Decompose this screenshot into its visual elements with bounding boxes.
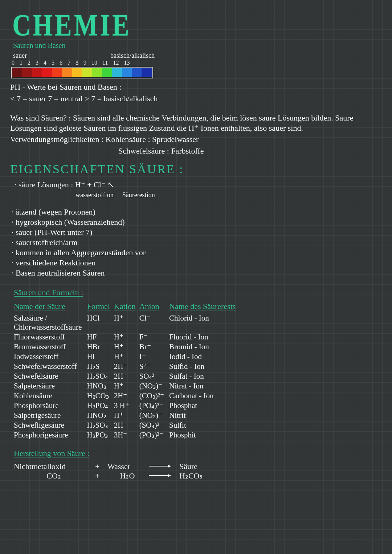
table-cell: H₂CO₃ <box>87 391 114 401</box>
ph-tick: 6 <box>60 60 62 66</box>
table-cell: Carbonat - Ion <box>169 391 239 401</box>
table-cell: Bromwasserstoff <box>14 342 87 352</box>
table-header: Name des Säurerests <box>169 301 239 313</box>
ph-tick: 5 <box>52 60 54 66</box>
table-cell: H₂SO₄ <box>87 371 114 381</box>
table-cell: S²⁻ <box>139 362 169 371</box>
ph-tick: 11 <box>102 60 108 66</box>
table-cell: Iodid - Iod <box>169 352 239 362</box>
table-cell: HNO₃ <box>87 381 114 391</box>
table-cell: Phosphorsäure <box>14 401 87 411</box>
ph-tick: 10 <box>91 60 97 66</box>
table-cell: Br⁻ <box>139 342 169 352</box>
table-row: SchwefelwasserstoffH₂S2H⁺S²⁻Sulfid - Ion <box>14 362 239 371</box>
ph-tick: 12 <box>113 60 119 66</box>
table-row: PhosphorsäureH₃PO₄3 H⁺(PO₄)³⁻Phosphat <box>14 401 239 411</box>
table-cell: (SO₃)²⁻ <box>139 420 169 430</box>
ph-ticks: 012345678910111213 <box>12 60 382 66</box>
table-cell: Phosphit <box>169 430 239 440</box>
table-cell: Fluorid - Ion <box>169 332 239 342</box>
table-cell: Kohlensäure <box>14 391 87 401</box>
table-row: PhosphorigesäureH₃PO₃3H⁺(PO₃)³⁻Phosphit <box>14 430 239 440</box>
ph-tick: 0 <box>12 60 15 66</box>
table-cell: HBr <box>87 342 114 352</box>
table-cell: HNO₂ <box>87 411 114 420</box>
table-cell: Chlorid - Ion <box>169 313 239 332</box>
table-cell: Nitrit <box>169 411 239 420</box>
properties-list: ätzend (wegen Protonen)hygroskopisch (Wa… <box>12 207 380 278</box>
page-title: CHEMIE <box>12 8 382 43</box>
table-cell: Salpetersäure <box>14 381 87 391</box>
table-cell: (CO₃)²⁻ <box>139 391 169 401</box>
table-cell: HF <box>87 332 114 342</box>
equation-general: Nichtmetalloxid + Wasser Säure <box>14 462 382 471</box>
table-cell: I⁻ <box>139 352 169 362</box>
table-cell: Iodwasserstoff <box>14 352 87 362</box>
table-row: SalpetersäureHNO₃H⁺(NO₃)⁻Nitrat - Ion <box>14 381 239 391</box>
ph-tick: 13 <box>124 60 130 66</box>
ph-tick: 3 <box>36 60 38 66</box>
table-cell: 2H⁺ <box>114 362 139 371</box>
ph-swatch <box>82 68 92 77</box>
property-item: Basen neutralisieren Säuren <box>12 268 380 278</box>
table-cell: Phosphorigesäure <box>14 430 87 440</box>
table-cell: HCl <box>87 313 114 332</box>
table-header: Kation <box>114 301 139 313</box>
ph-swatch <box>112 68 122 77</box>
property-item: sauerstoffreich/arm <box>12 237 380 248</box>
ph-label-right: basisch/alkalisch <box>110 52 155 60</box>
table-cell: SO₄²⁻ <box>139 371 169 381</box>
arrow-icon <box>149 466 171 467</box>
table-cell: F⁻ <box>139 332 169 342</box>
annotation-wasserstoffion: wasserstoffion <box>75 191 114 199</box>
table-cell: Salzsäure /Chlorwasserstoffsäure <box>14 313 87 332</box>
table-cell: H⁺ <box>114 313 139 332</box>
acids-table: Name der SäureFormelKationAnionName des … <box>14 301 239 440</box>
property-item: ätzend (wegen Protonen) <box>12 207 380 217</box>
ph-tick: 4 <box>44 60 46 66</box>
table-row: IodwasserstoffHIH⁺I⁻Iodid - Iod <box>14 352 239 362</box>
table-cell: Schwefligesäure <box>14 420 87 430</box>
property-item: hygroskopisch (Wasseranziehend) <box>12 217 380 227</box>
property-item: kommen in allen Aggregarzuständen vor <box>12 248 380 258</box>
table-cell: (PO₃)³⁻ <box>139 430 169 440</box>
table-cell: Sulfid - Ion <box>169 362 239 371</box>
table-cell: Bromid - Ion <box>169 342 239 352</box>
ph-swatch <box>22 68 32 77</box>
ph-swatch <box>122 68 132 77</box>
table-cell: 2H⁺ <box>114 420 139 430</box>
ph-values-rule: < 7 = sauer 7 = neutral > 7 = basisch/al… <box>10 94 382 104</box>
equation-example: CO₂ + H₂O H₂CO₃ <box>14 471 382 481</box>
table-cell: Sulfat - Ion <box>169 371 239 381</box>
table-cell: Nitrat - Ion <box>169 381 239 391</box>
ph-swatch <box>12 68 22 77</box>
table-cell: H⁺ <box>114 342 139 352</box>
properties-heading: EIGENSCHAFTEN SÄURE : <box>10 162 382 176</box>
usage-line-2: Schwefelsäure : Farbstoffe <box>118 146 382 156</box>
ph-scale-labels: sauer basisch/alkalisch <box>13 52 155 60</box>
ph-label-left: sauer <box>13 52 27 60</box>
usage-line-1: Verwendungsmöglichkeiten : Kohlensäure :… <box>10 134 382 144</box>
acids-table-heading: Säuren und Formeln : <box>14 288 83 297</box>
table-cell: (NO₃)⁻ <box>139 381 169 391</box>
ph-swatch <box>142 68 151 77</box>
property-item: sauer (PH-Wert unter 7) <box>12 227 380 237</box>
ph-swatch <box>132 68 142 77</box>
what-title: Was sind Säuren? : <box>10 113 71 122</box>
notes-page: CHEMIE Sauren und Basen sauer basisch/al… <box>0 0 392 554</box>
table-cell: (NO₂)⁻ <box>139 411 169 420</box>
ph-tick: 7 <box>68 60 70 66</box>
table-header: Formel <box>87 301 114 313</box>
ph-swatch <box>42 68 52 77</box>
table-header-row: Name der SäureFormelKationAnionName des … <box>14 301 239 313</box>
table-cell: H⁺ <box>114 381 139 391</box>
table-cell: H⁺ <box>114 411 139 420</box>
ph-swatch <box>72 68 82 77</box>
ph-swatch <box>92 68 102 77</box>
ph-tick: 2 <box>28 60 30 66</box>
table-cell: Fluorwasserstoff <box>14 332 87 342</box>
ph-swatch <box>62 68 72 77</box>
table-cell: HI <box>87 352 114 362</box>
ph-tick: 8 <box>75 60 78 66</box>
table-row: BromwasserstoffHBrH⁺Br⁻Bromid - Ion <box>14 342 239 352</box>
